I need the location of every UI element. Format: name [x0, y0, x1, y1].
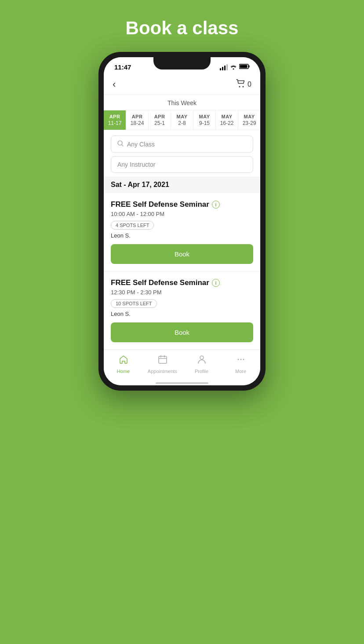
- bottom-nav: Home Appointments: [104, 350, 260, 383]
- svg-point-3: [239, 86, 240, 87]
- status-time: 11:47: [114, 63, 131, 71]
- nav-label-profile: Profile: [195, 369, 208, 374]
- nav-label-more: More: [235, 369, 246, 374]
- week-tabs: APR 11-17 APR 18-24 APR 25-1 MAY 2-8 MAY…: [104, 110, 260, 130]
- week-tab-2[interactable]: APR 25-1: [149, 110, 171, 130]
- tab-days-0: 11-17: [108, 120, 122, 126]
- back-button[interactable]: ‹: [113, 79, 116, 90]
- search-icon: [117, 140, 124, 148]
- filters: Any Class Any Instructor: [104, 130, 260, 176]
- svg-rect-7: [159, 356, 167, 363]
- notch: [153, 57, 211, 70]
- class-item-0: FREE Self Defense Seminar i 10:00 AM - 1…: [104, 193, 260, 271]
- wifi-icon: [230, 64, 237, 71]
- info-icon-0[interactable]: i: [212, 201, 220, 209]
- phone-screen: 11:47: [104, 57, 260, 385]
- week-tab-6[interactable]: MAY 23-29: [238, 110, 260, 130]
- week-tab-0[interactable]: APR 11-17: [104, 110, 126, 130]
- nav-item-profile[interactable]: Profile: [182, 355, 221, 374]
- home-indicator: [156, 382, 208, 384]
- class-title-0: FREE Self Defense Seminar i: [111, 200, 253, 209]
- tab-days-6: 23-29: [243, 120, 256, 126]
- instructor-name-1: Leon S.: [111, 311, 253, 317]
- tab-days-2: 25-1: [154, 120, 165, 126]
- cart-icon: [236, 79, 246, 90]
- class-time-1: 12:30 PM - 2:30 PM: [111, 289, 253, 296]
- svg-rect-2: [240, 65, 248, 68]
- book-button-1[interactable]: Book: [111, 322, 253, 342]
- battery-icon: [239, 64, 250, 70]
- instructor-filter-label: Any Instructor: [117, 161, 155, 168]
- svg-point-13: [240, 359, 241, 360]
- nav-label-home: Home: [117, 369, 130, 374]
- dots-icon: [236, 355, 246, 367]
- class-filter[interactable]: Any Class: [111, 135, 253, 153]
- svg-point-14: [243, 359, 244, 360]
- tab-month-6: MAY: [244, 114, 255, 119]
- tab-month-5: MAY: [222, 114, 233, 119]
- home-icon: [119, 355, 128, 367]
- week-tab-3[interactable]: MAY 2-8: [171, 110, 193, 130]
- status-icons: [220, 64, 250, 71]
- class-time-0: 10:00 AM - 12:00 PM: [111, 211, 253, 217]
- app-header: ‹ 0: [104, 74, 260, 95]
- page-title: Book a class: [126, 18, 239, 39]
- cart-area[interactable]: 0: [236, 79, 251, 90]
- week-label: This Week: [104, 95, 260, 110]
- instructor-filter[interactable]: Any Instructor: [111, 156, 253, 173]
- class-filter-label: Any Class: [127, 141, 155, 148]
- spots-badge-1: 10 SPOTS LEFT: [111, 299, 157, 308]
- svg-point-4: [243, 86, 244, 87]
- week-tab-4[interactable]: MAY 9-15: [193, 110, 216, 130]
- class-title-1: FREE Self Defense Seminar i: [111, 278, 253, 287]
- class-item-1: FREE Self Defense Seminar i 12:30 PM - 2…: [104, 271, 260, 350]
- svg-rect-1: [249, 66, 250, 68]
- week-tab-1[interactable]: APR 18-24: [126, 110, 149, 130]
- tab-month-1: APR: [132, 114, 143, 119]
- tab-month-0: APR: [109, 114, 120, 119]
- tab-month-2: APR: [154, 114, 165, 119]
- nav-item-home[interactable]: Home: [104, 355, 143, 374]
- nav-item-more[interactable]: More: [221, 355, 260, 374]
- svg-point-12: [237, 359, 239, 360]
- phone-frame: 11:47: [98, 52, 266, 391]
- tab-days-1: 18-24: [131, 120, 144, 126]
- signal-icon: [220, 64, 228, 70]
- status-bar: 11:47: [104, 57, 260, 74]
- book-button-0[interactable]: Book: [111, 244, 253, 264]
- calendar-icon: [158, 355, 167, 367]
- nav-item-appointments[interactable]: Appointments: [143, 355, 182, 374]
- instructor-name-0: Leon S.: [111, 232, 253, 239]
- tab-month-4: MAY: [199, 114, 210, 119]
- tab-days-5: 16-22: [220, 120, 234, 126]
- svg-point-11: [200, 356, 204, 359]
- spots-badge-0: 4 SPOTS LEFT: [111, 221, 154, 230]
- date-header: Sat - Apr 17, 2021: [104, 176, 260, 193]
- week-tab-5[interactable]: MAY 16-22: [216, 110, 238, 130]
- nav-label-appointments: Appointments: [148, 369, 177, 374]
- info-icon-1[interactable]: i: [212, 279, 220, 287]
- tab-month-3: MAY: [177, 114, 188, 119]
- tab-days-3: 2-8: [178, 120, 186, 126]
- cart-count: 0: [248, 80, 251, 88]
- svg-line-6: [122, 145, 123, 146]
- tab-days-4: 9-15: [199, 120, 210, 126]
- person-icon: [197, 355, 207, 367]
